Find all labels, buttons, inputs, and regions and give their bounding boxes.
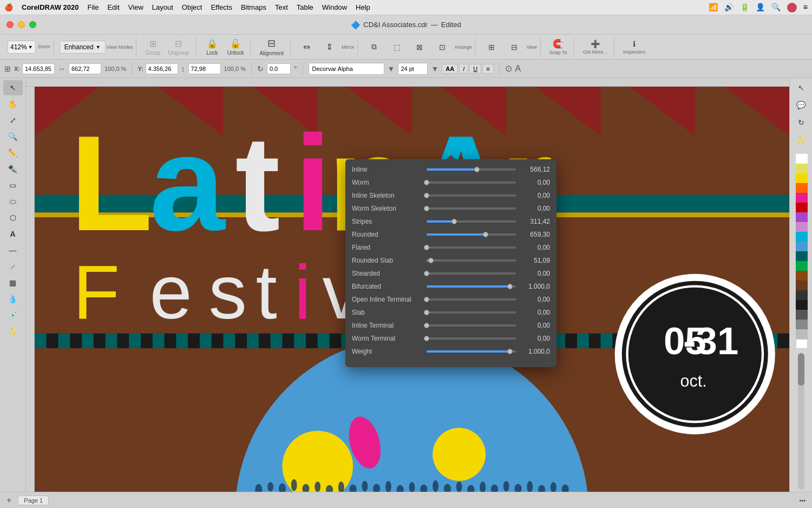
line-tool[interactable]: — [3, 243, 23, 258]
y-input[interactable] [146, 63, 178, 74]
color-swatch-red[interactable] [796, 203, 808, 212]
arrange-button3[interactable]: ⊠ [409, 41, 430, 53]
arrange-button2[interactable]: ⬚ [386, 41, 408, 53]
color-swatch-lavender[interactable] [796, 222, 808, 232]
w-input[interactable] [69, 63, 101, 74]
menu-object[interactable]: Object [182, 3, 202, 11]
italic-button[interactable]: I [459, 64, 468, 74]
slider-track-inline-terminal[interactable] [427, 324, 516, 327]
apple-menu[interactable]: 🍎 [4, 3, 13, 11]
close-button[interactable] [6, 21, 14, 28]
align-button[interactable]: ≡ [482, 64, 493, 74]
bold-button[interactable]: AA [442, 64, 458, 74]
mirror-h-button[interactable]: ⇔ [296, 40, 318, 54]
inspectors-button[interactable]: ℹ Inspectors [620, 38, 649, 56]
alignment-button[interactable]: ⊟ Alignment [256, 36, 286, 58]
slider-track-worm[interactable] [427, 181, 516, 184]
slider-track-bifurcated[interactable] [427, 285, 516, 288]
snap-to-button[interactable]: 🧲 Snap To [546, 37, 571, 57]
color-swatch-gray[interactable] [796, 310, 808, 320]
color-swatch-brown[interactable] [796, 271, 808, 281]
app-name[interactable]: CorelDRAW 2020 [22, 3, 78, 11]
color-swatch-yellow[interactable] [796, 173, 808, 183]
fill-tool[interactable]: 💧 [3, 291, 23, 307]
slider-track-shearded[interactable] [427, 272, 516, 275]
page-1-tab[interactable]: Page 1 [18, 496, 49, 505]
color-swatch-yellow-light[interactable] [796, 164, 808, 173]
color-swatch-darkbrown[interactable] [796, 281, 808, 290]
color-swatch-orange[interactable] [796, 183, 808, 193]
right-panel-effects-icon[interactable]: ✨ [792, 132, 810, 147]
mirror-v-button[interactable]: ⇕ [319, 40, 340, 54]
menu-help[interactable]: Help [356, 3, 370, 11]
x-input[interactable] [22, 63, 55, 74]
color-swatch-green[interactable] [796, 261, 808, 271]
right-panel-comment-icon[interactable]: 💬 [792, 97, 810, 113]
right-scrollbar[interactable] [798, 353, 804, 490]
polygon-tool[interactable]: ⬡ [3, 210, 23, 225]
arrange-button4[interactable]: ⊡ [431, 41, 453, 53]
menu-table[interactable]: Table [297, 3, 313, 11]
minimize-button[interactable] [18, 21, 25, 28]
zoom-tool[interactable]: 🔍 [3, 129, 23, 144]
view-mode-dropdown[interactable]: Enhanced ▼ [60, 41, 106, 54]
menu-edit[interactable]: Edit [107, 3, 119, 11]
menu-file[interactable]: File [87, 3, 99, 11]
ungroup-button[interactable]: ⊟ Ungroup [165, 37, 192, 57]
view-btn2[interactable]: ⊟ [503, 41, 525, 53]
color-swatch-silver[interactable] [796, 329, 808, 339]
slider-track-weight[interactable] [427, 350, 516, 353]
slider-track-inline-skeleton[interactable] [427, 194, 516, 197]
zoom-select[interactable]: 412% ▼ [8, 41, 36, 54]
connector-tool[interactable]: ⟋ [3, 259, 23, 274]
status-more-icon[interactable]: ••• [799, 497, 806, 504]
ellipse-tool[interactable]: ⬭ [3, 194, 23, 209]
rotation-input[interactable] [267, 63, 291, 74]
lock-button[interactable]: 🔒 Lock [201, 37, 223, 57]
unlock-button[interactable]: 🔓 Unlock [224, 37, 247, 57]
color-swatch-white2[interactable] [796, 339, 808, 349]
slider-track-flared[interactable] [427, 246, 516, 249]
pen-tool[interactable]: ✒️ [3, 161, 23, 177]
h-input[interactable] [188, 63, 221, 74]
font-name-input[interactable] [309, 63, 384, 75]
font-size-input[interactable] [398, 63, 428, 75]
color-swatch-lightgray[interactable] [796, 320, 808, 329]
eyedropper-tool[interactable]: 💉 [3, 308, 23, 323]
table-tool[interactable]: ▦ [3, 275, 23, 290]
slider-track-rounded-slab[interactable] [427, 259, 516, 262]
freehand-tool[interactable]: ✏️ [3, 145, 23, 160]
menu-view[interactable]: View [128, 3, 143, 11]
menu-window[interactable]: Window [322, 3, 347, 11]
right-scrollbar-thumb[interactable] [798, 353, 804, 386]
menu-bitmaps[interactable]: Bitmaps [241, 3, 266, 11]
slider-track-slab[interactable] [427, 311, 516, 314]
font-size-dropdown-icon[interactable]: ▼ [431, 64, 438, 73]
add-page-button[interactable]: + [6, 496, 11, 505]
slider-track-rounded[interactable] [427, 233, 516, 236]
menu-effects[interactable]: Effects [211, 3, 232, 11]
search-icon[interactable]: 🔍 [771, 3, 781, 12]
slider-track-open-inline-terminal[interactable] [427, 298, 516, 301]
get-more-button[interactable]: ➕ Get More... [580, 38, 611, 56]
color-swatch-blue[interactable] [796, 242, 808, 251]
pan-tool[interactable]: ✋ [3, 96, 23, 112]
maximize-button[interactable] [29, 21, 36, 28]
slider-track-worm-skeleton[interactable] [427, 207, 516, 210]
menu-text[interactable]: Text [275, 3, 288, 11]
color-swatch-magenta[interactable] [796, 193, 808, 203]
slider-track-stripes[interactable] [427, 220, 516, 223]
menu-layout[interactable]: Layout [152, 3, 173, 11]
group-button[interactable]: ⊞ Group [142, 37, 163, 57]
color-swatch-black[interactable] [796, 300, 808, 310]
color-swatch-white[interactable] [796, 154, 808, 164]
slider-track-inline[interactable] [427, 168, 516, 171]
color-swatch-dark[interactable] [796, 290, 808, 300]
interactive-tool[interactable]: ✨ [3, 324, 23, 339]
right-panel-select-icon[interactable]: ↖ [792, 80, 810, 95]
view-btn1[interactable]: ⊞ [481, 41, 502, 53]
color-swatch-teal[interactable] [796, 251, 808, 261]
color-swatch-purple[interactable] [796, 212, 808, 222]
arrange-button1[interactable]: ⧉ [363, 41, 385, 53]
font-dropdown-icon[interactable]: ▼ [388, 64, 395, 73]
